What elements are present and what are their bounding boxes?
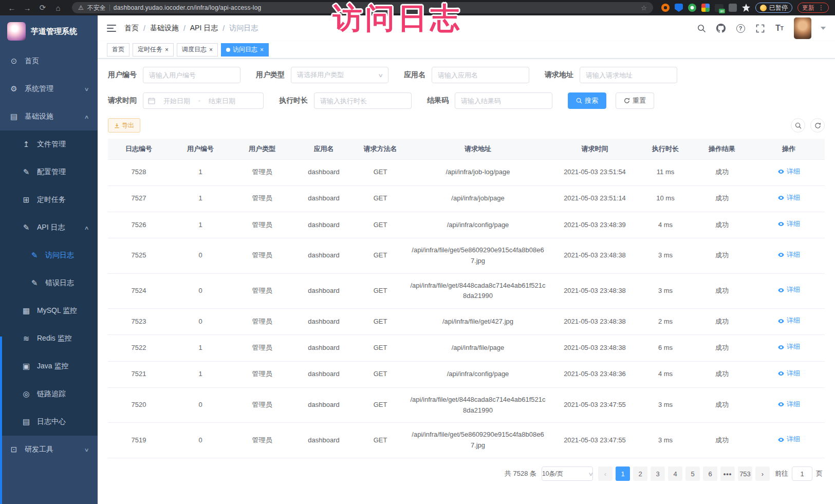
eye-icon xyxy=(777,220,785,228)
browser-menu-icon[interactable]: ⋮ xyxy=(818,4,824,11)
hamburger-icon[interactable] xyxy=(107,25,116,32)
page-button-2[interactable]: 2 xyxy=(633,466,647,481)
font-size-icon[interactable]: TT xyxy=(774,23,785,33)
sidebar-menu-item[interactable]: ⊡ 研发工具 ∨ xyxy=(0,436,98,463)
user-menu-caret-icon[interactable] xyxy=(821,27,826,30)
reset-button[interactable]: 重置 xyxy=(616,92,654,109)
github-icon[interactable] xyxy=(716,23,726,33)
detail-link[interactable]: 详细 xyxy=(777,315,800,326)
extension-an-icon[interactable]: an xyxy=(715,4,723,12)
sidebar-menu-item[interactable]: ✎ API 日志 ∧ xyxy=(0,214,98,241)
browser-back-icon[interactable]: ← xyxy=(6,4,17,12)
breadcrumb-item[interactable]: API 日志 xyxy=(190,24,218,33)
sidebar-menu-item[interactable]: ▤ 日志中心 xyxy=(0,408,98,436)
tag-close-icon[interactable]: × xyxy=(209,47,213,53)
breadcrumb-item[interactable]: 基础设施 xyxy=(150,24,179,33)
extension-green-icon[interactable] xyxy=(688,4,696,12)
browser-reload-icon[interactable]: ⟳ xyxy=(37,3,48,12)
sidebar-menu-item[interactable]: ▦ MySQL 监控 xyxy=(0,297,98,325)
column-header: 用户类型 xyxy=(231,139,293,159)
export-button[interactable]: 导出 xyxy=(108,118,140,133)
user-avatar[interactable] xyxy=(794,17,811,39)
fullscreen-icon[interactable] xyxy=(755,23,765,33)
browser-home-icon[interactable]: ⌂ xyxy=(52,4,64,12)
result-code-input[interactable] xyxy=(455,92,552,109)
detail-link[interactable]: 详细 xyxy=(777,368,800,379)
sidebar-menu-item[interactable]: ≋ Redis 监控 xyxy=(0,325,98,352)
table-row: 75200管理员dashboardGET/api/infra/file/get/… xyxy=(108,387,825,423)
extension-orange-icon[interactable] xyxy=(661,4,670,12)
cell-id: 7527 xyxy=(108,185,170,212)
sidebar-menu-item[interactable]: ↥ 文件管理 xyxy=(0,130,98,158)
sidebar-menu-item[interactable]: ⚙ 系统管理 ∨ xyxy=(0,75,98,103)
sidebar-menu-item[interactable]: ⊙ 首页 xyxy=(0,47,98,75)
sidebar-menu-item[interactable]: ✎ 配置管理 xyxy=(0,158,98,186)
detail-link[interactable]: 详细 xyxy=(777,193,800,203)
detail-link[interactable]: 详细 xyxy=(777,399,800,410)
extension-pinwheel-icon[interactable] xyxy=(742,4,750,12)
tag-item[interactable]: 访问日志 × xyxy=(221,43,269,57)
show-search-toggle-button[interactable] xyxy=(791,118,805,133)
browser-extensions: an 已暂停 更新 ⋮ xyxy=(661,3,829,13)
cell-id: 7520 xyxy=(108,387,170,423)
sidebar-menu-item[interactable]: ▤ 基础设施 ∧ xyxy=(0,103,98,130)
header-search-icon[interactable] xyxy=(696,23,707,33)
start-date-input[interactable] xyxy=(158,97,195,105)
app-logo[interactable]: 芋道管理系统 xyxy=(0,15,98,47)
tag-item[interactable]: 调度日志 × xyxy=(177,43,218,57)
sidebar-menu-item[interactable]: ✎ 访问日志 xyxy=(0,241,98,269)
page-button-753[interactable]: 753 xyxy=(738,466,752,481)
page-button-6[interactable]: 6 xyxy=(703,466,717,481)
duration-input[interactable] xyxy=(314,92,412,109)
end-date-input[interactable] xyxy=(203,97,240,105)
page-button-3[interactable]: 3 xyxy=(651,466,665,481)
bookmark-star-icon[interactable]: ☆ xyxy=(641,4,647,12)
detail-link[interactable]: 详细 xyxy=(777,434,800,445)
home-icon: ⊙ xyxy=(9,57,18,66)
detail-link[interactable]: 详细 xyxy=(777,285,800,295)
browser-update-button[interactable]: 更新 ⋮ xyxy=(797,3,829,13)
tags-view: 首页 定时任务 × 调度日志 × 访问日志 × xyxy=(98,41,835,59)
request-url-input[interactable] xyxy=(580,67,677,83)
browser-forward-icon[interactable]: → xyxy=(22,4,33,12)
paused-pill[interactable]: 已暂停 xyxy=(755,3,792,13)
date-range-picker[interactable]: - xyxy=(143,92,264,109)
breadcrumb-item[interactable]: 首页 xyxy=(124,24,139,33)
detail-link-label: 详细 xyxy=(787,250,800,260)
search-button[interactable]: 搜索 xyxy=(568,92,606,109)
page-ellipsis[interactable]: ••• xyxy=(720,466,735,481)
detail-link[interactable]: 详细 xyxy=(777,166,800,177)
user-id-input[interactable] xyxy=(143,67,240,83)
user-type-label: 用户类型 xyxy=(256,70,285,80)
sidebar-menu-item[interactable]: ✎ 错误日志 xyxy=(0,269,98,297)
goto-page-input[interactable] xyxy=(792,466,812,481)
help-icon[interactable]: ? xyxy=(735,23,746,33)
sidebar-menu-item[interactable]: ▣ Java 监控 xyxy=(0,352,98,380)
extension-puzzle-icon[interactable] xyxy=(729,4,737,12)
tag-close-icon[interactable]: × xyxy=(165,47,169,53)
extension-grid-icon[interactable] xyxy=(701,4,710,12)
detail-link[interactable]: 详细 xyxy=(777,219,800,230)
sidebar-menu-item[interactable]: ◎ 链路追踪 xyxy=(0,380,98,408)
app-name-input[interactable] xyxy=(432,67,529,83)
next-page-button[interactable]: › xyxy=(755,466,770,481)
menu-item-label: 错误日志 xyxy=(45,278,74,288)
page-button-1[interactable]: 1 xyxy=(616,466,630,481)
sidebar-menu-item[interactable]: ⊞ 定时任务 xyxy=(0,186,98,214)
user-type-select[interactable]: 请选择用户类型 ∨ xyxy=(291,67,388,83)
address-bar[interactable]: ⚠ 不安全 dashboard.yudao.iocoder.cn/infra/l… xyxy=(72,2,653,13)
prev-page-button[interactable]: ‹ xyxy=(598,466,613,481)
tag-close-icon[interactable]: × xyxy=(260,47,264,53)
tag-item[interactable]: 首页 xyxy=(107,43,129,57)
refresh-table-button[interactable] xyxy=(810,118,825,133)
page-size-select[interactable]: 10条/页 ∨ xyxy=(542,466,593,481)
detail-link[interactable]: 详细 xyxy=(777,250,800,260)
app-title: 芋道管理系统 xyxy=(31,27,77,36)
page-button-5[interactable]: 5 xyxy=(685,466,700,481)
page-button-4[interactable]: 4 xyxy=(668,466,682,481)
cell-user_id: 1 xyxy=(170,212,231,238)
tag-item[interactable]: 定时任务 × xyxy=(133,43,174,57)
cell-user_type: 管理员 xyxy=(231,238,293,274)
detail-link[interactable]: 详细 xyxy=(777,342,800,352)
extension-shield-icon[interactable] xyxy=(675,4,683,12)
